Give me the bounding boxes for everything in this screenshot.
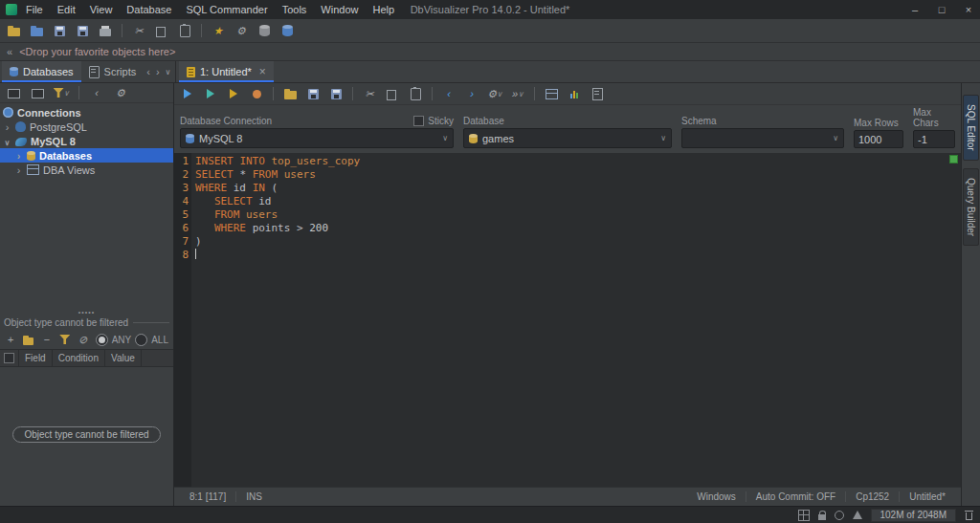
menu-help[interactable]: Help <box>372 4 394 15</box>
paste-icon[interactable] <box>407 85 424 102</box>
chevron-right-icon[interactable] <box>14 150 23 162</box>
copy-icon[interactable] <box>384 85 401 102</box>
open-script-icon[interactable] <box>281 85 299 102</box>
splitter-handle[interactable] <box>0 308 173 316</box>
tree-settings-icon[interactable] <box>112 84 129 101</box>
column-condition[interactable]: Condition <box>53 350 105 366</box>
reset-filter-icon[interactable]: ⊘ <box>78 331 89 348</box>
radio-any[interactable] <box>96 334 108 346</box>
result-chart-icon[interactable] <box>566 85 583 102</box>
collapse-favorites-icon[interactable]: « <box>7 46 12 57</box>
tree-item-postgresql[interactable]: PostgreSQL <box>0 120 173 134</box>
warning-icon[interactable] <box>853 511 862 519</box>
save-script-icon[interactable] <box>304 85 322 102</box>
layout-grid-icon[interactable] <box>798 510 810 521</box>
tab-untitled-1[interactable]: 1: Untitled* <box>179 61 274 82</box>
lock-icon[interactable] <box>818 514 826 520</box>
sticky-label: Sticky <box>428 116 454 126</box>
format-sql-icon[interactable] <box>486 85 503 102</box>
menu-view[interactable]: View <box>90 4 113 15</box>
radio-all[interactable] <box>135 334 147 346</box>
auto-commit-status[interactable]: Auto Commit: OFF <box>746 491 845 502</box>
max-chars-input[interactable] <box>913 130 955 148</box>
execute-current-icon[interactable] <box>202 85 219 102</box>
more-actions-icon[interactable] <box>509 85 526 102</box>
print-icon[interactable] <box>97 22 114 39</box>
menu-sql-commander[interactable]: SQL Commander <box>186 4 267 15</box>
close-button[interactable]: × <box>963 4 974 15</box>
execute-explain-icon[interactable] <box>225 85 242 102</box>
connection-select[interactable]: MySQL 8 <box>180 128 454 148</box>
paste-icon[interactable] <box>176 22 193 39</box>
menu-tools[interactable]: Tools <box>282 4 307 15</box>
cut-icon[interactable] <box>130 22 147 39</box>
save-as-icon[interactable] <box>74 22 91 39</box>
radio-any-label: ANY <box>112 335 132 345</box>
insert-mode[interactable]: INS <box>235 491 272 502</box>
filter-folder-icon[interactable] <box>23 331 34 348</box>
mysql-icon <box>15 138 27 146</box>
select-all-checkbox[interactable] <box>4 353 14 363</box>
sql-editor[interactable]: 12345678 INSERT INTO top_users_copySELEC… <box>174 153 961 487</box>
remove-filter-icon[interactable]: − <box>41 331 53 348</box>
tab-list-icon[interactable] <box>163 61 174 82</box>
chevron-right-icon[interactable] <box>3 121 11 133</box>
next-tab-icon[interactable] <box>153 61 163 82</box>
encoding[interactable]: Cp1252 <box>845 491 899 502</box>
memory-indicator[interactable]: 102M of 2048M <box>871 509 957 522</box>
chevron-down-icon[interactable] <box>3 136 11 147</box>
save-script-as-icon[interactable] <box>327 85 345 102</box>
tree-item-databases[interactable]: Databases <box>0 148 173 163</box>
sticky-checkbox[interactable] <box>413 116 424 126</box>
menu-edit[interactable]: Edit <box>57 4 76 15</box>
apply-filter-icon[interactable] <box>59 331 71 348</box>
tab-sql-editor[interactable]: SQL Editor <box>963 95 979 161</box>
filter-icon[interactable] <box>53 84 70 101</box>
minimize-button[interactable]: – <box>909 4 921 15</box>
result-grid-icon[interactable] <box>543 85 560 102</box>
collapse-all-icon[interactable] <box>88 84 105 101</box>
column-value[interactable]: Value <box>105 350 142 366</box>
tree-item-connections[interactable]: Connections <box>0 105 173 120</box>
connect-icon[interactable] <box>5 84 22 101</box>
tab-databases[interactable]: Databases <box>2 61 81 82</box>
code-lines[interactable]: INSERT INTO top_users_copySELECT * FROM … <box>191 153 961 487</box>
redo-icon[interactable] <box>463 85 480 102</box>
settings-icon[interactable] <box>233 22 250 39</box>
log-icon[interactable] <box>589 85 606 102</box>
sticky-option[interactable]: Sticky <box>413 116 454 126</box>
chevron-right-icon[interactable] <box>14 164 23 176</box>
schema-select[interactable] <box>681 128 844 148</box>
menu-window[interactable]: Window <box>321 4 358 15</box>
max-rows-input[interactable] <box>854 130 903 148</box>
driver-manager-icon[interactable] <box>256 22 273 39</box>
stop-icon[interactable] <box>248 85 265 102</box>
database-select[interactable]: games <box>463 128 672 148</box>
status-indicator-icon[interactable] <box>835 511 844 520</box>
line-ending[interactable]: Windows <box>687 491 746 502</box>
close-tab-icon[interactable] <box>259 65 266 78</box>
tab-query-builder[interactable]: Query Builder <box>963 168 979 246</box>
tree-item-dba-views[interactable]: DBA Views <box>0 163 173 177</box>
bookmark-icon[interactable] <box>210 22 227 39</box>
execute-icon[interactable] <box>179 85 196 102</box>
save-icon[interactable] <box>51 22 68 39</box>
column-field[interactable]: Field <box>19 350 53 366</box>
open-folder-icon[interactable] <box>5 22 22 39</box>
prev-tab-icon[interactable] <box>144 61 153 82</box>
add-filter-icon[interactable]: + <box>5 331 16 348</box>
toolbar-separator <box>352 87 353 100</box>
menu-file[interactable]: File <box>26 4 43 15</box>
app-status-bar: 102M of 2048M <box>0 506 980 523</box>
cut-icon[interactable] <box>361 85 378 102</box>
new-folder-icon[interactable] <box>28 22 45 39</box>
menu-database[interactable]: Database <box>126 4 171 15</box>
tab-scripts[interactable]: Scripts <box>81 61 145 82</box>
tree-item-mysql-8[interactable]: MySQL 8 <box>0 134 173 148</box>
garbage-collect-icon[interactable] <box>965 511 973 520</box>
disconnect-icon[interactable] <box>29 84 46 101</box>
copy-icon[interactable] <box>153 22 170 39</box>
maximize-button[interactable]: □ <box>936 4 947 15</box>
undo-icon[interactable] <box>440 85 457 102</box>
connections-icon[interactable] <box>278 22 296 39</box>
